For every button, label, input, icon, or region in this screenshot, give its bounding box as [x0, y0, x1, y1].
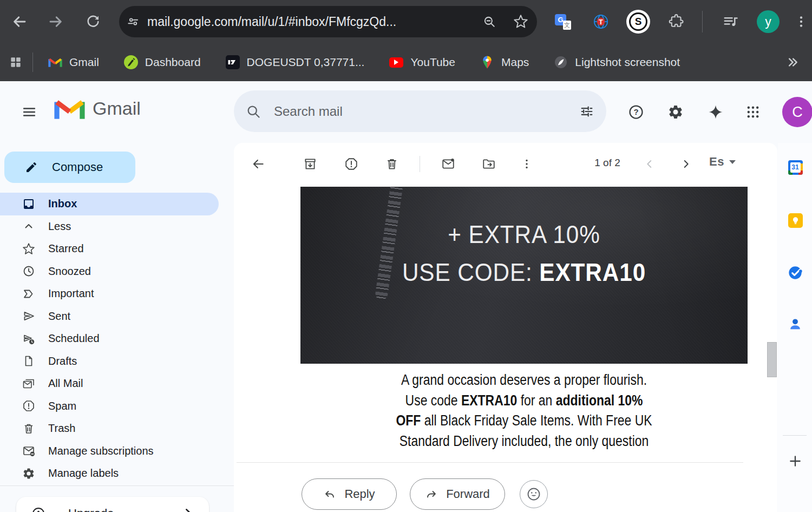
zoom-icon[interactable]	[474, 15, 505, 29]
forward-button[interactable]: Forward	[410, 478, 505, 510]
spam-icon	[22, 399, 35, 412]
url-bar[interactable]: mail.google.com/mail/u/1/#inbox/FMfcgzQd…	[119, 6, 537, 37]
input-language-selector[interactable]: Es	[709, 155, 736, 169]
get-addons-plus-icon[interactable]	[787, 453, 803, 469]
tasks-icon[interactable]	[787, 265, 803, 281]
archive-icon[interactable]	[297, 151, 323, 177]
delete-icon[interactable]	[379, 151, 405, 177]
upgrade-label: Upgrade	[68, 507, 155, 512]
body-line-1: A grand occasion deserves a proper flour…	[334, 370, 714, 391]
media-playlist-icon[interactable]	[718, 9, 744, 35]
calendar-icon[interactable]: 31	[787, 159, 803, 175]
settings-gear-icon[interactable]	[663, 99, 689, 125]
bookmark-maps[interactable]: Maps	[480, 55, 529, 69]
sidebar-divider	[0, 485, 234, 486]
gmail-logo[interactable]: Gmail	[54, 96, 141, 121]
body-line-2: Use code EXTRA10 for an additional 10%	[334, 391, 714, 411]
move-to-icon[interactable]	[476, 151, 502, 177]
google-apps-icon[interactable]	[740, 99, 766, 125]
translate-extension-icon[interactable]: G 文	[550, 9, 576, 35]
email-body-text: A grand occasion deserves a proper flour…	[300, 370, 748, 451]
gemini-sparkle-icon[interactable]	[703, 99, 729, 125]
reply-arrow-icon	[323, 488, 336, 501]
older-email-icon[interactable]	[673, 151, 699, 177]
bookmark-lightshot[interactable]: Lightshot screenshot	[554, 55, 680, 69]
emoji-reaction-button[interactable]	[520, 480, 548, 508]
language-code: Es	[709, 155, 724, 169]
sidebar-item-important[interactable]: Important	[0, 283, 234, 305]
sidebar-nav: Inbox Less Starred Snoozed Important Sen…	[0, 193, 234, 485]
help-button[interactable]: ?	[623, 99, 649, 125]
sidebar-item-spam[interactable]: Spam	[0, 395, 234, 418]
body-line-4: Standard Delivery included, the only que…	[334, 431, 714, 452]
scrollbar-thumb[interactable]	[767, 342, 777, 377]
smiley-icon	[526, 487, 541, 502]
draft-file-icon	[22, 355, 35, 367]
bookmark-tradingview[interactable]: DOGEUSDT 0,37771...	[226, 55, 365, 69]
sidebar-item-snoozed[interactable]: Snoozed	[0, 260, 234, 283]
back-icon	[11, 14, 28, 30]
sidebar-item-drafts[interactable]: Drafts	[0, 350, 234, 373]
sidebar-item-manage-subscriptions[interactable]: Manage subscriptions	[0, 440, 234, 463]
gear-icon	[22, 467, 35, 480]
upgrade-forward-icon	[178, 506, 194, 512]
sidebar-item-inbox[interactable]: Inbox	[0, 193, 219, 215]
sidebar-item-less[interactable]: Less	[0, 215, 234, 238]
bookmark-gmail[interactable]: Gmail	[48, 55, 99, 69]
body-line-3: OFF all Black Friday Sale Items. With Fr…	[334, 411, 714, 431]
maps-favicon	[480, 55, 494, 69]
globe-t-extension-icon[interactable]: T	[588, 9, 614, 35]
s-extension-icon[interactable]: S	[625, 9, 651, 35]
upgrade-button[interactable]: Upgrade	[16, 497, 209, 512]
star-icon	[22, 242, 35, 255]
more-options-icon[interactable]	[514, 151, 540, 177]
newer-email-icon[interactable]	[637, 151, 663, 177]
url-text[interactable]: mail.google.com/mail/u/1/#inbox/FMfcgzQd…	[147, 15, 474, 29]
sidebar-item-scheduled[interactable]: Scheduled	[0, 327, 234, 350]
bookmarks-bar: Gmail Dashboard DOGEUSDT 0,37771... YouT…	[0, 43, 812, 81]
search-input[interactable]	[274, 104, 579, 119]
stacked-mail-icon	[22, 377, 35, 390]
browser-profile-avatar[interactable]: y	[757, 10, 780, 33]
youtube-favicon	[389, 55, 403, 69]
mark-unread-icon[interactable]	[435, 151, 461, 177]
sidebar-item-sent[interactable]: Sent	[0, 305, 234, 328]
sidebar-item-manage-labels[interactable]: Manage labels	[0, 462, 234, 485]
bookmark-star-icon[interactable]	[505, 14, 537, 29]
bookmark-dashboard[interactable]: Dashboard	[124, 55, 201, 69]
apps-grid-icon[interactable]	[9, 55, 23, 69]
more-bookmarks-chevron-icon[interactable]	[785, 55, 800, 70]
main-menu-icon[interactable]	[17, 100, 42, 124]
sidebar-item-all-mail[interactable]: All Mail	[0, 372, 234, 395]
back-button[interactable]	[4, 6, 35, 37]
browser-toolbar: mail.google.com/mail/u/1/#inbox/FMfcgzQd…	[0, 0, 812, 43]
collapse-panel-arrow-icon[interactable]	[787, 507, 803, 512]
email-toolbar: 1 of 2 Es	[234, 147, 777, 181]
forward-button[interactable]	[41, 6, 71, 37]
contacts-icon[interactable]	[787, 316, 803, 332]
bookmark-youtube[interactable]: YouTube	[389, 55, 455, 69]
promo-code-line: USE CODE: EXTRA10	[323, 257, 725, 287]
gmail-profile-avatar[interactable]: C	[782, 97, 812, 127]
side-panel: 31	[778, 143, 812, 512]
sidebar-item-trash[interactable]: Trash	[0, 417, 234, 440]
bookmarks-separator	[32, 52, 33, 72]
upgrade-arrow-icon	[31, 507, 45, 512]
back-to-inbox-icon[interactable]	[245, 151, 271, 177]
reload-button[interactable]	[78, 6, 108, 37]
keep-icon[interactable]	[787, 212, 803, 228]
svg-text:?: ?	[633, 107, 638, 116]
sidebar-item-starred[interactable]: Starred	[0, 238, 234, 260]
browser-menu-icon[interactable]	[788, 9, 812, 35]
compose-pencil-icon	[25, 161, 38, 174]
report-spam-icon[interactable]	[338, 151, 364, 177]
search-options-icon[interactable]	[579, 104, 594, 119]
extensions-puzzle-icon[interactable]	[663, 9, 689, 35]
compose-button[interactable]: Compose	[4, 152, 135, 183]
site-settings-icon[interactable]	[119, 15, 147, 29]
reply-button[interactable]: Reply	[302, 478, 397, 510]
send-icon	[22, 310, 35, 323]
search-bar[interactable]	[234, 90, 606, 132]
svg-text:T: T	[599, 18, 603, 26]
promo-image[interactable]: + EXTRA 10% USE CODE: EXTRA10	[300, 187, 748, 364]
